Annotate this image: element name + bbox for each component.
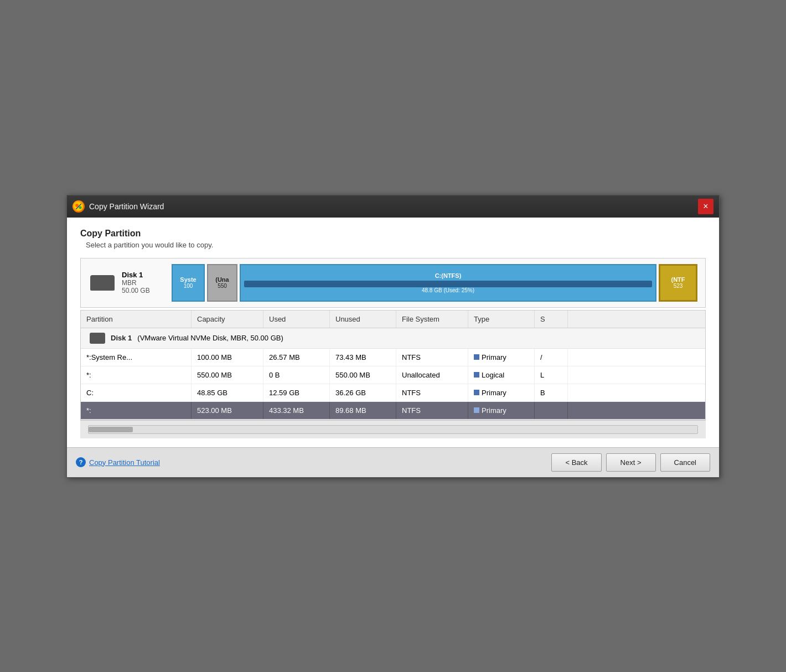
col-status: S bbox=[535, 311, 568, 328]
table-row[interactable]: *:System Re... 100.00 MB 26.57 MB 73.43 … bbox=[81, 349, 705, 366]
horizontal-scrollbar[interactable] bbox=[88, 425, 698, 434]
disk-info: Disk 1 MBR 50.00 GB bbox=[122, 271, 166, 294]
partition-size-unallocated: 550 bbox=[218, 283, 227, 289]
table-header: Partition Capacity Used Unused File Syst… bbox=[81, 311, 705, 328]
section-title: Copy Partition bbox=[80, 229, 706, 239]
partition-block-unallocated[interactable]: (Una 550 bbox=[207, 264, 237, 302]
type-indicator-3 bbox=[474, 407, 479, 413]
partition-block-cdrive[interactable]: C:(NTFS) 48.8 GB (Used: 25%) bbox=[240, 264, 656, 302]
col-type: Type bbox=[468, 311, 535, 328]
col-filesystem: File System bbox=[396, 311, 468, 328]
partition-fs-2: NTFS bbox=[396, 384, 468, 401]
footer-buttons: < Back Next > Cancel bbox=[551, 453, 710, 472]
partition-cap-3: 523.00 MB bbox=[192, 402, 263, 419]
scrollbar-thumb bbox=[89, 427, 133, 432]
partition-used-2: 12.59 GB bbox=[263, 384, 330, 401]
partition-detail-cdrive: 48.8 GB (Used: 25%) bbox=[422, 287, 474, 293]
partition-used-0: 26.57 MB bbox=[263, 349, 330, 366]
back-button[interactable]: < Back bbox=[551, 453, 601, 472]
table-row[interactable]: *: 550.00 MB 0 B 550.00 MB Unallocated L… bbox=[81, 366, 705, 384]
svg-point-2 bbox=[79, 206, 82, 209]
cancel-button[interactable]: Cancel bbox=[660, 453, 710, 472]
main-window: Copy Partition Wizard × Copy Partition S… bbox=[66, 195, 720, 478]
partition-unused-0: 73.43 MB bbox=[330, 349, 396, 366]
partition-fs-3: NTFS bbox=[396, 402, 468, 419]
partition-used-3: 433.32 MB bbox=[263, 402, 330, 419]
partition-label-unallocated: (Una bbox=[215, 276, 229, 283]
partition-size-system: 100 bbox=[184, 283, 193, 289]
col-capacity: Capacity bbox=[192, 311, 263, 328]
footer: ? Copy Partition Tutorial < Back Next > … bbox=[67, 447, 719, 477]
partition-fs-0: NTFS bbox=[396, 349, 468, 366]
col-partition: Partition bbox=[81, 311, 192, 328]
titlebar: Copy Partition Wizard × bbox=[67, 195, 719, 218]
disk-row-icon bbox=[90, 333, 105, 344]
partition-used-1: 0 B bbox=[263, 366, 330, 384]
partition-cap-1: 550.00 MB bbox=[192, 366, 263, 384]
disk-icon bbox=[89, 272, 116, 294]
partition-label-system: Syste bbox=[180, 276, 196, 283]
disk-row-label: Disk 1 bbox=[111, 334, 132, 342]
partition-size-ntfs: 523 bbox=[674, 283, 683, 289]
partition-cap-2: 48.85 GB bbox=[192, 384, 263, 401]
partition-fs-1: Unallocated bbox=[396, 366, 468, 384]
type-indicator-2 bbox=[474, 390, 479, 395]
partition-unused-3: 89.68 MB bbox=[330, 402, 396, 419]
bottom-scrollbar-area bbox=[80, 420, 706, 438]
partition-status-1: L bbox=[535, 366, 568, 384]
app-icon bbox=[73, 200, 85, 213]
content-area: Copy Partition Select a partition you wo… bbox=[67, 218, 719, 447]
partition-block-system[interactable]: Syste 100 bbox=[172, 264, 205, 302]
section-subtitle: Select a partition you would like to cop… bbox=[86, 241, 706, 249]
partition-status-2: B bbox=[535, 384, 568, 401]
help-icon: ? bbox=[76, 457, 86, 467]
disk-type: MBR bbox=[122, 279, 166, 287]
disk-visual: Disk 1 MBR 50.00 GB Syste 100 (Una 550 C… bbox=[80, 258, 706, 308]
partition-name-0: *:System Re... bbox=[81, 349, 192, 366]
partition-name-2: C: bbox=[81, 384, 192, 401]
partition-label-cdrive: C:(NTFS) bbox=[435, 272, 462, 279]
window-title: Copy Partition Wizard bbox=[89, 202, 698, 211]
partition-name-3: *: bbox=[81, 402, 192, 419]
partitions-visual: Syste 100 (Una 550 C:(NTFS) 48.8 GB (Use… bbox=[172, 264, 697, 302]
partition-status-3 bbox=[535, 402, 568, 419]
partition-type-1: Logical bbox=[468, 366, 535, 384]
col-unused: Unused bbox=[330, 311, 396, 328]
partition-name-1: *: bbox=[81, 366, 192, 384]
col-used: Used bbox=[263, 311, 330, 328]
partition-unused-2: 36.26 GB bbox=[330, 384, 396, 401]
table-row[interactable]: *: 523.00 MB 433.32 MB 89.68 MB NTFS Pri… bbox=[81, 402, 705, 420]
table-body: Disk 1 (VMware Virtual NVMe Disk, MBR, 5… bbox=[81, 328, 705, 420]
partition-type-0: Primary bbox=[468, 349, 535, 366]
c-drive-bar bbox=[244, 281, 652, 287]
close-button[interactable]: × bbox=[698, 199, 713, 214]
type-indicator-1 bbox=[474, 372, 479, 378]
next-button[interactable]: Next > bbox=[606, 453, 656, 472]
table-row[interactable]: C: 48.85 GB 12.59 GB 36.26 GB NTFS Prima… bbox=[81, 384, 705, 402]
partition-status-0: / bbox=[535, 349, 568, 366]
tutorial-label: Copy Partition Tutorial bbox=[89, 458, 160, 467]
disk-group-row: Disk 1 (VMware Virtual NVMe Disk, MBR, 5… bbox=[81, 328, 705, 349]
partition-table: Partition Capacity Used Unused File Syst… bbox=[80, 310, 706, 420]
disk-row-detail: (VMware Virtual NVMe Disk, MBR, 50.00 GB… bbox=[137, 334, 283, 342]
type-indicator-0 bbox=[474, 354, 479, 360]
partition-label-ntfs: (NTF bbox=[671, 276, 685, 283]
partition-type-2: Primary bbox=[468, 384, 535, 401]
partition-unused-1: 550.00 MB bbox=[330, 366, 396, 384]
disk-icon-shape bbox=[90, 275, 115, 291]
partition-cap-0: 100.00 MB bbox=[192, 349, 263, 366]
disk-name: Disk 1 bbox=[122, 271, 166, 279]
partition-block-ntfs[interactable]: (NTF 523 bbox=[659, 264, 697, 302]
disk-size: 50.00 GB bbox=[122, 287, 166, 294]
partition-type-3: Primary bbox=[468, 402, 535, 419]
tutorial-link[interactable]: ? Copy Partition Tutorial bbox=[76, 457, 160, 467]
